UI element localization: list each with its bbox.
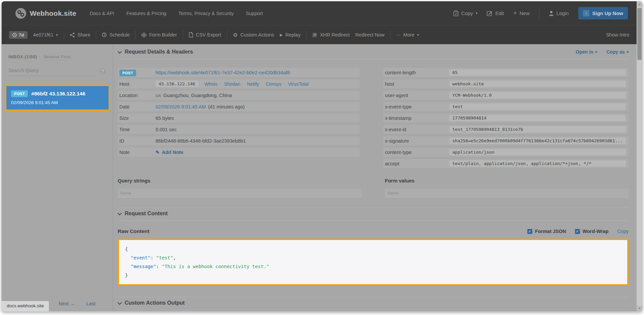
more-dropdown[interactable]: ⋯ More ▾	[396, 32, 419, 37]
person-icon	[549, 11, 554, 16]
navbar-link-docs[interactable]: Docs & API	[90, 11, 114, 16]
token-label: 4e071f61	[33, 32, 53, 37]
toolbar-separator	[64, 30, 64, 39]
scroll-down-button[interactable]: ▼	[637, 306, 642, 311]
request-list-item-selected[interactable]: POST #86bf2 43.136.122.146 02/09/2026 9:…	[5, 85, 110, 111]
search-input[interactable]	[8, 66, 96, 76]
virustotal-link[interactable]: VirusTotal	[288, 81, 308, 87]
edit-button[interactable]: Edit	[487, 10, 504, 16]
code-line: }	[125, 271, 621, 280]
new-label: New	[520, 10, 530, 16]
header-value: YCM-Webhook/1.0	[449, 92, 626, 98]
xhr-redirect-label: XHR Redirect	[320, 32, 350, 37]
toolbar-separator	[183, 30, 183, 39]
last-page-link[interactable]: Last	[86, 301, 95, 306]
custom-actions-button[interactable]: ⚙ Custom Actions	[233, 32, 274, 38]
table-row-size: Size 65 bytes	[118, 113, 360, 123]
webhook-logo-icon	[15, 8, 26, 19]
token-dropdown[interactable]: 4e071f61 ▾	[33, 32, 58, 37]
new-button[interactable]: + New	[513, 10, 530, 17]
location-value: Guangzhou, Guangdong, China	[163, 93, 232, 98]
chevron-down-icon	[118, 300, 122, 305]
login-button[interactable]: Login	[549, 10, 569, 16]
section-divider	[118, 310, 629, 310]
scrollbar-thumb[interactable]	[637, 8, 642, 60]
section-divider	[118, 221, 629, 221]
expiry-badge: 7d	[9, 31, 27, 39]
replay-button[interactable]: ▶ Replay	[280, 32, 301, 37]
netify-link[interactable]: Netify	[247, 81, 259, 87]
raw-content-code[interactable]: { "event": "test", "message": "This is a…	[118, 239, 629, 286]
clock-icon	[102, 32, 107, 37]
censys-link[interactable]: Censys	[266, 81, 282, 87]
format-json-checkbox[interactable]: ✓ Format JSON	[527, 229, 566, 234]
request-details-section-toggle[interactable]: Request Details & Headers	[118, 49, 193, 55]
whois-link[interactable]: Whois	[204, 81, 218, 87]
redirect-now-button[interactable]: Redirect Now	[355, 32, 385, 37]
schedule-button[interactable]: Schedule	[102, 32, 129, 37]
replay-label: Replay	[285, 32, 300, 37]
header-value: sha256=e5c26e9eed7000b09d4f7761366e42c13…	[449, 138, 626, 144]
request-content-section-toggle[interactable]: Request Content	[118, 208, 629, 221]
clipboard-icon	[453, 10, 459, 16]
table-row-location: Location CNGuangzhou, Guangdong, China	[118, 91, 360, 100]
sign-up-button[interactable]: ↑ Sign Up Now	[578, 7, 628, 19]
request-details-table: POST https://webhook.site/4e071f61-7e37-…	[118, 68, 360, 170]
query-strings-section: Query strings None	[118, 178, 361, 198]
toolbar-separator	[135, 30, 136, 39]
custom-actions-label: Custom Actions	[240, 32, 274, 37]
add-note-link[interactable]: ✎ Add Note	[156, 150, 183, 155]
host-ip-value: 43.136.122.146	[156, 81, 198, 87]
brand-home-link[interactable]: Webhook.site	[15, 8, 76, 19]
custom-actions-heading: Custom Actions Output	[125, 300, 185, 306]
chevron-down-icon	[118, 49, 122, 54]
copy-as-dropdown[interactable]: Copy as ▾	[606, 49, 629, 55]
edit-label: Edit	[495, 10, 504, 16]
xhr-redirect-icon	[312, 32, 317, 37]
edit-pencil-icon	[487, 10, 492, 16]
request-url-link[interactable]: https://webhook.site/4e071f61-7e37-42e2-…	[156, 70, 290, 75]
request-timestamp: 02/09/2026 9:01:45 AM	[11, 100, 104, 105]
browser-window: Webhook.site Docs & API Features & Prici…	[1, 1, 643, 312]
shodan-link[interactable]: Shodan	[224, 81, 240, 87]
sort-order-toggle[interactable]: Newest First	[44, 54, 70, 60]
form-builder-button[interactable]: Form Builder	[141, 32, 177, 37]
navbar-link-support[interactable]: Support	[246, 11, 263, 16]
table-row-url: POST https://webhook.site/4e071f61-7e37-…	[118, 68, 360, 77]
custom-actions-section-toggle[interactable]: Custom Actions Output	[118, 297, 629, 310]
login-label: Login	[557, 10, 569, 16]
checkbox-checked-icon: ✓	[527, 229, 532, 234]
table-row-time: Time 0.001 sec	[118, 125, 360, 134]
share-label: Share	[77, 32, 91, 37]
search-help-icon[interactable]: ?	[100, 68, 106, 74]
copy-content-link[interactable]: Copy	[617, 229, 629, 234]
vertical-scrollbar[interactable]: ▲ ▼	[637, 1, 642, 311]
word-wrap-checkbox[interactable]: ✓ Word-Wrap	[575, 229, 609, 234]
share-button[interactable]: Share	[70, 32, 91, 37]
csv-export-button[interactable]: CSV Export	[189, 32, 221, 37]
file-icon	[189, 32, 193, 37]
header-name: content-type	[385, 150, 449, 155]
open-in-dropdown[interactable]: Open in ▾	[576, 49, 597, 55]
header-name: accept	[385, 161, 449, 166]
show-intro-link[interactable]: Show Intro	[606, 32, 629, 37]
header-name: x-event-type	[385, 104, 449, 109]
xhr-redirect-button[interactable]: XHR Redirect	[312, 32, 350, 37]
next-page-link[interactable]: Next →	[59, 301, 75, 306]
request-details-heading: Request Details & Headers	[125, 49, 193, 55]
navbar-link-terms[interactable]: Terms, Privacy & Security	[178, 11, 234, 16]
table-row-date: Date 02/09/2026 9:01:45 AM (41 minutes a…	[118, 102, 360, 111]
play-icon: ▶	[280, 33, 283, 37]
section-divider	[118, 59, 629, 59]
query-strings-empty: None	[118, 188, 361, 198]
form-values-section: Form values None	[385, 178, 629, 198]
top-navbar: Webhook.site Docs & API Features & Prici…	[2, 1, 637, 25]
scroll-up-button[interactable]: ▲	[637, 1, 642, 7]
request-date-link[interactable]: 02/09/2026 9:01:45 AM	[156, 104, 206, 109]
copy-dropdown[interactable]: Copy ▾	[453, 10, 478, 16]
header-value: application/json	[449, 149, 626, 155]
size-value: 65 bytes	[156, 115, 174, 121]
navbar-link-features[interactable]: Features & Pricing	[126, 11, 166, 16]
header-row: host webhook.site	[383, 79, 629, 88]
share-icon	[70, 32, 75, 37]
